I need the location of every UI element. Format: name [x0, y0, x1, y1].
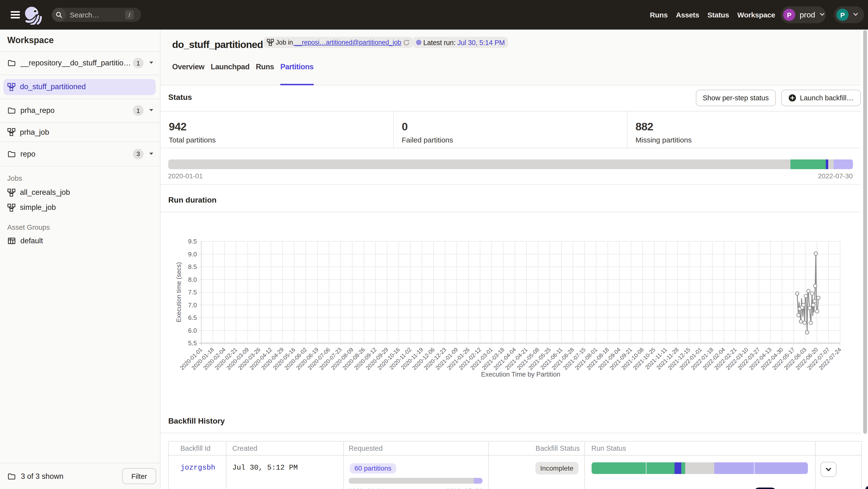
- svg-text:Execution time (secs): Execution time (secs): [175, 262, 182, 322]
- svg-text:7.5: 7.5: [188, 288, 197, 296]
- svg-text:7.0: 7.0: [188, 301, 197, 308]
- svg-text:9.5: 9.5: [188, 237, 197, 245]
- svg-text:6.0: 6.0: [188, 327, 197, 334]
- svg-text:8.5: 8.5: [188, 263, 197, 270]
- svg-text:9.0: 9.0: [188, 250, 197, 258]
- svg-text:5.5: 5.5: [188, 339, 197, 347]
- svg-text:8.0: 8.0: [188, 276, 197, 283]
- svg-text:6.5: 6.5: [188, 314, 197, 321]
- svg-text:Execution Time by Partition: Execution Time by Partition: [481, 370, 560, 378]
